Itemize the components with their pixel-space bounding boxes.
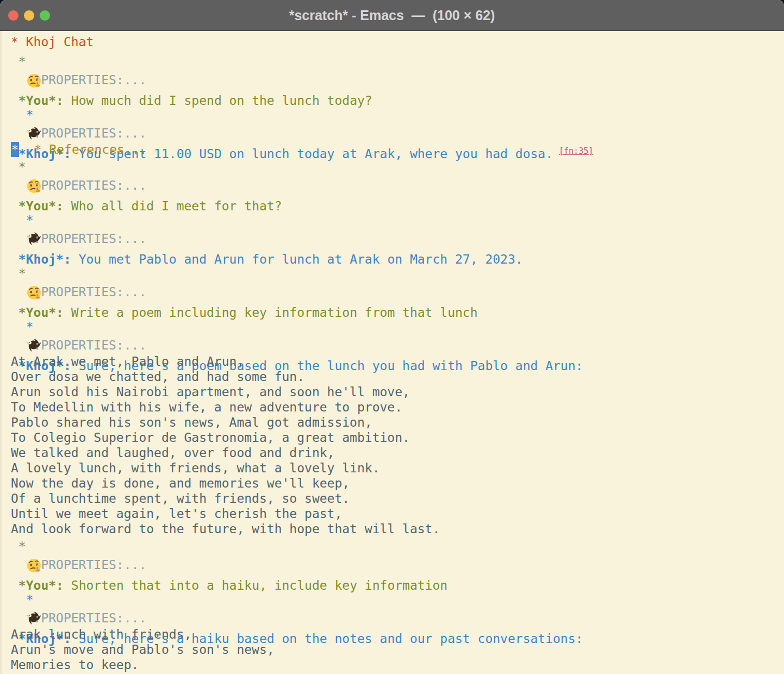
properties-drawer-line[interactable]: :PROPERTIES:... (11, 609, 784, 627)
message-body-line: Now the day is done, and memories we'll … (11, 476, 784, 491)
buffer[interactable]: * Khoj Chat * *You*: How much did I spen… (0, 31, 784, 674)
zoom-button[interactable] (40, 10, 50, 21)
message-body-line: A lovely lunch, with friends, what a lov… (11, 460, 784, 476)
message-body-line: To Medellin with his wife, a new adventu… (11, 400, 784, 415)
properties-drawer-line[interactable]: :PROPERTIES:... (11, 124, 784, 142)
window-title: *scratch* - Emacs — (100 × 62) (289, 8, 495, 23)
chat-title-line: * Khoj Chat (11, 32, 784, 52)
properties-drawer-line[interactable]: :PROPERTIES:... (11, 556, 784, 573)
title-bar: *scratch* - Emacs — (100 × 62) (0, 0, 784, 31)
properties-drawer-line[interactable]: :PROPERTIES:... (11, 283, 784, 301)
traffic-lights (8, 0, 50, 30)
message-body-line: Arun sold his Nairobi apartment, and soo… (11, 384, 784, 400)
emacs-window: *scratch* - Emacs — (100 × 62) * Khoj Ch… (0, 0, 784, 674)
message-body-line: Until we meet again, let's cherish the p… (11, 506, 784, 521)
properties-drawer-line[interactable]: :PROPERTIES:... (11, 177, 784, 194)
message-body-line: And look forward to the future, with hop… (11, 521, 784, 536)
footnote-link[interactable]: [fn:35] (559, 146, 593, 156)
user-message-line: * *You*: How much did I spend on the lun… (11, 52, 784, 71)
properties-drawer-line[interactable]: :PROPERTIES:... (11, 71, 784, 89)
text-cursor: * (11, 142, 19, 157)
properties-drawer-line[interactable]: :PROPERTIES:... (11, 230, 784, 247)
minimize-button[interactable] (24, 10, 34, 21)
message-body-line: To Colegio Superior de Gastronomia, a gr… (11, 430, 784, 445)
properties-drawer-line[interactable]: :PROPERTIES:... (11, 336, 784, 354)
message-body-line: Pablo shared his son's news, Amal got ad… (11, 415, 784, 430)
message-body-line: Of a lunchtime spent, with friends, so s… (11, 491, 784, 506)
close-button[interactable] (8, 10, 18, 21)
user-message-line: * *You*: Shorten that into a haiku, incl… (11, 536, 784, 556)
message-body-line: We talked and laughed, over food and dri… (11, 445, 784, 460)
message-body-line: Memories to keep. (11, 657, 784, 672)
